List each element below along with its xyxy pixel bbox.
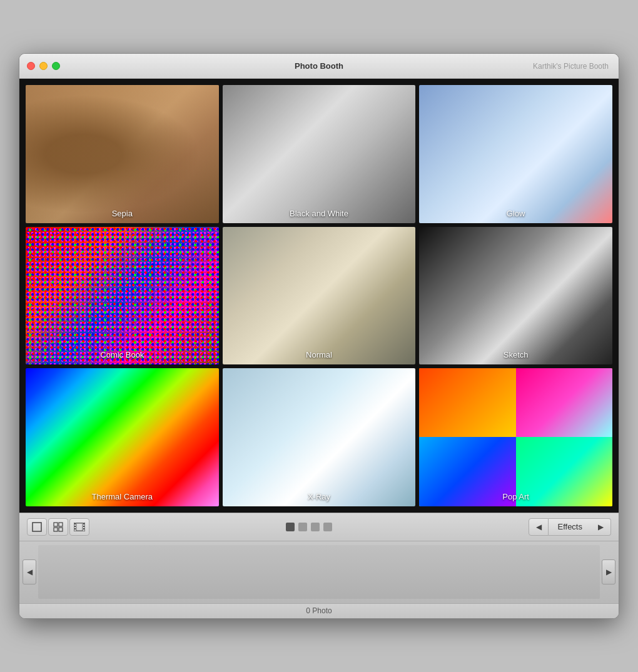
effect-popart[interactable]: Pop Art (419, 368, 612, 506)
effects-grid: Sepia Black and White Glow Comic Book No… (26, 85, 612, 506)
view-single-button[interactable] (27, 518, 47, 536)
effect-normal[interactable]: Normal (223, 227, 416, 364)
svg-rect-1 (54, 523, 58, 526)
maximize-button[interactable] (52, 62, 60, 70)
svg-rect-3 (54, 528, 58, 531)
effect-glow-label: Glow (419, 209, 612, 218)
film-view-icon (74, 523, 85, 531)
scroll-right-icon: ▶ (606, 568, 612, 576)
effects-button[interactable]: Effects (549, 518, 591, 536)
single-view-icon (32, 522, 42, 532)
titlebar: Photo Booth Karthik's Picture Booth (19, 54, 619, 79)
window-title: Photo Booth (295, 61, 343, 71)
filmstrip-scroll-left[interactable]: ◀ (23, 559, 36, 584)
effect-comic-label: Comic Book (26, 350, 219, 359)
view-film-button[interactable] (69, 518, 89, 536)
page-dot-4[interactable] (323, 523, 332, 531)
filmstrip-scroll-right[interactable]: ▶ (602, 559, 615, 584)
main-content: Sepia Black and White Glow Comic Book No… (19, 79, 619, 512)
effect-bw[interactable]: Black and White (223, 85, 416, 223)
scroll-left-icon: ◀ (27, 568, 33, 576)
effect-sketch-label: Sketch (419, 350, 612, 359)
nav-controls: ◀ Effects ▶ (529, 518, 611, 536)
effect-sketch[interactable]: Sketch (419, 227, 612, 364)
status-bar: 0 Photo (19, 603, 619, 618)
page-dot-2[interactable] (298, 523, 307, 531)
page-dot-1[interactable] (286, 523, 295, 531)
svg-rect-10 (83, 526, 84, 527)
effects-label: Effects (557, 522, 582, 531)
svg-rect-4 (59, 528, 63, 531)
effect-xray[interactable]: X-Ray (223, 368, 416, 506)
grid-view-icon (53, 522, 63, 532)
close-button[interactable] (27, 62, 35, 70)
effect-thermal-label: Thermal Camera (26, 492, 219, 501)
next-button[interactable]: ▶ (591, 518, 611, 536)
toolbar: ◀ Effects ▶ (19, 513, 619, 541)
effect-sepia[interactable]: Sepia (26, 85, 219, 223)
svg-rect-7 (74, 526, 76, 527)
effect-sepia-label: Sepia (26, 209, 219, 218)
svg-rect-0 (33, 523, 41, 531)
svg-rect-2 (59, 523, 63, 526)
view-grid-button[interactable] (48, 518, 68, 536)
prev-icon: ◀ (536, 523, 542, 531)
svg-rect-6 (74, 523, 76, 524)
window-subtitle: Karthik's Picture Booth (533, 62, 609, 71)
filmstrip (38, 545, 600, 599)
effect-popart-label: Pop Art (419, 492, 612, 501)
svg-rect-11 (83, 528, 84, 529)
effect-bw-label: Black and White (223, 209, 416, 218)
effect-normal-label: Normal (223, 350, 416, 359)
prev-button[interactable]: ◀ (529, 518, 549, 536)
traffic-lights (27, 62, 60, 70)
effect-thermal[interactable]: Thermal Camera (26, 368, 219, 506)
svg-rect-8 (74, 528, 76, 529)
next-icon: ▶ (598, 523, 604, 531)
view-controls (27, 518, 89, 536)
effect-xray-label: X-Ray (223, 492, 416, 501)
minimize-button[interactable] (39, 62, 48, 70)
effect-glow[interactable]: Glow (419, 85, 612, 223)
svg-rect-12 (76, 523, 83, 531)
page-dot-3[interactable] (311, 523, 320, 531)
photo-count: 0 Photo (306, 606, 332, 615)
photo-booth-window: Photo Booth Karthik's Picture Booth Sepi… (19, 53, 619, 618)
filmstrip-container: ◀ ▶ (19, 541, 619, 603)
effect-comic[interactable]: Comic Book (26, 227, 219, 364)
page-indicators (286, 523, 332, 531)
svg-rect-9 (83, 523, 84, 524)
